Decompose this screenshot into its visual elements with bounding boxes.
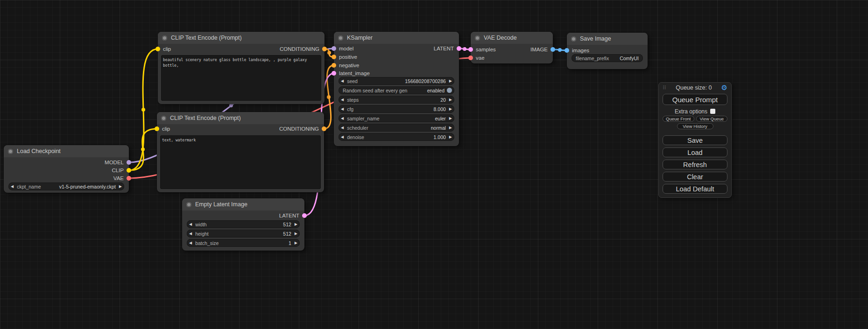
node-title-bar[interactable]: VAE Decode: [471, 32, 553, 44]
output-slot-latent[interactable]: LATENT: [434, 45, 461, 52]
output-slot-clip[interactable]: CLIP: [112, 167, 131, 174]
height-widget[interactable]: ◀ height 512 ▶: [187, 230, 300, 238]
image-slot-dot[interactable]: [550, 47, 555, 52]
node-title-bar[interactable]: Empty Latent Image: [182, 198, 304, 210]
node-ksampler[interactable]: KSampler model positive negative latent_…: [334, 32, 459, 146]
filename-prefix-widget[interactable]: filename_prefix ComfyUI: [572, 54, 643, 62]
node-title-bar[interactable]: Save Image: [567, 33, 648, 45]
collapse-dot-icon[interactable]: [475, 35, 480, 41]
collapse-dot-icon[interactable]: [161, 116, 166, 121]
decrement-arrow-icon[interactable]: ◀: [341, 107, 344, 111]
input-slot-latent-image[interactable]: latent_image: [332, 70, 370, 77]
increment-arrow-icon[interactable]: ▶: [295, 232, 297, 236]
drag-handle-icon[interactable]: ⠿: [663, 85, 666, 91]
increment-arrow-icon[interactable]: ▶: [449, 126, 452, 130]
increment-arrow-icon[interactable]: ▶: [449, 107, 452, 111]
output-slot-model[interactable]: MODEL: [105, 159, 131, 166]
sampler-name-widget[interactable]: ◀ sampler_name euler ▶: [339, 114, 454, 122]
node-title-bar[interactable]: CLIP Text Encode (Prompt): [157, 112, 324, 124]
model-slot-dot[interactable]: [332, 46, 336, 51]
cfg-widget[interactable]: ◀ cfg 8.000 ▶: [339, 105, 454, 113]
random-seed-toggle-widget[interactable]: Random seed after every gen enabled: [339, 86, 454, 94]
view-queue-button[interactable]: View Queue: [696, 116, 728, 122]
collapse-dot-icon[interactable]: [338, 35, 343, 41]
node-save-image[interactable]: Save Image images filename_prefix ComfyU…: [567, 33, 648, 69]
load-default-button[interactable]: Load Default: [663, 184, 727, 194]
output-slot-conditioning[interactable]: CONDITIONING: [280, 46, 327, 52]
clear-button[interactable]: Clear: [663, 172, 727, 182]
input-slot-images[interactable]: images: [565, 47, 589, 54]
batch-size-widget[interactable]: ◀ batch_size 1 ▶: [187, 239, 300, 247]
node-title-bar[interactable]: KSampler: [334, 32, 459, 44]
node-title-bar[interactable]: Load Checkpoint: [4, 145, 129, 157]
save-button[interactable]: Save: [663, 135, 727, 145]
increment-arrow-icon[interactable]: ▶: [449, 135, 452, 139]
node-load-checkpoint[interactable]: Load Checkpoint MODEL CLIP VAE ◀ ckpt_na…: [4, 145, 129, 193]
image-slot-dot[interactable]: [565, 48, 569, 53]
output-slot-conditioning[interactable]: CONDITIONING: [279, 126, 326, 132]
toggle-knob[interactable]: [447, 88, 452, 93]
seed-widget[interactable]: ◀ seed 156680208700286 ▶: [339, 77, 454, 85]
node-clip-text-encode-negative[interactable]: CLIP Text Encode (Prompt) clip CONDITION…: [157, 112, 324, 192]
collapse-dot-icon[interactable]: [186, 202, 191, 207]
increment-arrow-icon[interactable]: ▶: [119, 185, 122, 189]
latent-slot-dot[interactable]: [457, 46, 461, 51]
clip-slot-dot[interactable]: [155, 126, 159, 131]
input-slot-model[interactable]: model: [332, 45, 353, 52]
conditioning-slot-dot[interactable]: [322, 47, 327, 51]
clip-slot-dot[interactable]: [127, 168, 131, 173]
node-title-bar[interactable]: CLIP Text Encode (Prompt): [158, 32, 325, 44]
decrement-arrow-icon[interactable]: ◀: [341, 135, 344, 139]
scheduler-widget[interactable]: ◀ scheduler normal ▶: [339, 124, 454, 132]
output-slot-vae[interactable]: VAE: [113, 175, 131, 182]
output-slot-latent[interactable]: LATENT: [279, 212, 307, 219]
decrement-arrow-icon[interactable]: ◀: [341, 126, 344, 130]
decrement-arrow-icon[interactable]: ◀: [341, 79, 344, 83]
negative-prompt-textarea[interactable]: text, watermark: [160, 135, 321, 189]
input-slot-negative[interactable]: negative: [332, 62, 359, 69]
queue-prompt-button[interactable]: Queue Prompt: [663, 94, 727, 105]
increment-arrow-icon[interactable]: ▶: [449, 79, 452, 83]
collapse-dot-icon[interactable]: [571, 36, 576, 42]
view-history-button[interactable]: View History: [677, 123, 713, 129]
node-vae-decode[interactable]: VAE Decode samples vae IMAGE: [471, 32, 553, 63]
decrement-arrow-icon[interactable]: ◀: [11, 185, 14, 189]
input-slot-samples[interactable]: samples: [468, 46, 496, 53]
conditioning-slot-dot[interactable]: [322, 126, 326, 131]
input-slot-positive[interactable]: positive: [332, 54, 357, 60]
increment-arrow-icon[interactable]: ▶: [295, 223, 297, 226]
output-slot-image[interactable]: IMAGE: [530, 46, 555, 53]
conditioning-slot-dot[interactable]: [332, 55, 336, 59]
decrement-arrow-icon[interactable]: ◀: [189, 241, 192, 245]
conditioning-slot-dot[interactable]: [332, 63, 336, 68]
settings-gear-icon[interactable]: ⚙: [721, 84, 727, 92]
refresh-button[interactable]: Refresh: [663, 160, 727, 169]
node-clip-text-encode-positive[interactable]: CLIP Text Encode (Prompt) clip CONDITION…: [158, 32, 325, 104]
ckpt-name-widget[interactable]: ◀ ckpt_name v1-5-pruned-emaonly.ckpt ▶: [8, 182, 124, 190]
input-slot-clip[interactable]: clip: [155, 46, 171, 52]
positive-prompt-textarea[interactable]: beautiful scenery nature glass bottle la…: [161, 55, 321, 101]
decrement-arrow-icon[interactable]: ◀: [189, 232, 192, 236]
latent-slot-dot[interactable]: [302, 213, 307, 218]
queue-front-button[interactable]: Queue Front: [663, 116, 694, 122]
collapse-dot-icon[interactable]: [162, 35, 167, 41]
load-button[interactable]: Load: [663, 147, 727, 157]
vae-slot-dot[interactable]: [127, 176, 131, 181]
denoise-widget[interactable]: ◀ denoise 1.000 ▶: [339, 133, 454, 141]
vae-slot-dot[interactable]: [468, 56, 473, 60]
input-slot-clip[interactable]: clip: [155, 126, 170, 132]
collapse-dot-icon[interactable]: [8, 149, 13, 154]
latent-slot-dot[interactable]: [468, 47, 473, 52]
clip-slot-dot[interactable]: [155, 47, 160, 51]
decrement-arrow-icon[interactable]: ◀: [341, 98, 344, 102]
increment-arrow-icon[interactable]: ▶: [449, 117, 452, 120]
decrement-arrow-icon[interactable]: ◀: [189, 223, 192, 226]
width-widget[interactable]: ◀ width 512 ▶: [187, 220, 300, 228]
decrement-arrow-icon[interactable]: ◀: [341, 117, 344, 120]
increment-arrow-icon[interactable]: ▶: [449, 98, 452, 102]
latent-slot-dot[interactable]: [332, 71, 336, 76]
input-slot-vae[interactable]: vae: [468, 55, 485, 61]
increment-arrow-icon[interactable]: ▶: [295, 241, 297, 245]
steps-widget[interactable]: ◀ steps 20 ▶: [339, 96, 454, 104]
node-empty-latent-image[interactable]: Empty Latent Image LATENT ◀ width 512 ▶ …: [182, 198, 304, 251]
